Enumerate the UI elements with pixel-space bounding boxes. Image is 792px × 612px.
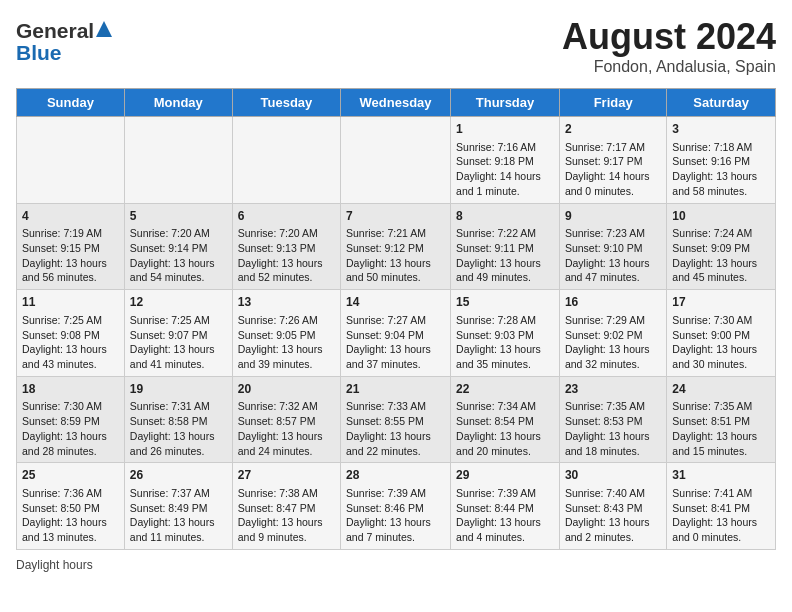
calendar-cell: 17Sunrise: 7:30 AM Sunset: 9:00 PM Dayli… [667, 290, 776, 377]
day-number: 25 [22, 467, 119, 484]
day-number: 18 [22, 381, 119, 398]
calendar-cell: 5Sunrise: 7:20 AM Sunset: 9:14 PM Daylig… [124, 203, 232, 290]
day-of-week-header: Thursday [451, 89, 560, 117]
day-number: 19 [130, 381, 227, 398]
day-info: Sunrise: 7:17 AM Sunset: 9:17 PM Dayligh… [565, 140, 661, 199]
day-info: Sunrise: 7:23 AM Sunset: 9:10 PM Dayligh… [565, 226, 661, 285]
day-number: 16 [565, 294, 661, 311]
day-number: 21 [346, 381, 445, 398]
footer: Daylight hours [16, 558, 776, 572]
calendar-cell: 23Sunrise: 7:35 AM Sunset: 8:53 PM Dayli… [559, 376, 666, 463]
day-number: 22 [456, 381, 554, 398]
day-info: Sunrise: 7:35 AM Sunset: 8:53 PM Dayligh… [565, 399, 661, 458]
calendar-week-row: 25Sunrise: 7:36 AM Sunset: 8:50 PM Dayli… [17, 463, 776, 550]
day-number: 2 [565, 121, 661, 138]
calendar-cell: 26Sunrise: 7:37 AM Sunset: 8:49 PM Dayli… [124, 463, 232, 550]
calendar-cell: 27Sunrise: 7:38 AM Sunset: 8:47 PM Dayli… [232, 463, 340, 550]
calendar-cell: 14Sunrise: 7:27 AM Sunset: 9:04 PM Dayli… [341, 290, 451, 377]
calendar-cell: 9Sunrise: 7:23 AM Sunset: 9:10 PM Daylig… [559, 203, 666, 290]
calendar-cell: 4Sunrise: 7:19 AM Sunset: 9:15 PM Daylig… [17, 203, 125, 290]
calendar-cell: 13Sunrise: 7:26 AM Sunset: 9:05 PM Dayli… [232, 290, 340, 377]
day-number: 27 [238, 467, 335, 484]
calendar-cell: 28Sunrise: 7:39 AM Sunset: 8:46 PM Dayli… [341, 463, 451, 550]
day-info: Sunrise: 7:31 AM Sunset: 8:58 PM Dayligh… [130, 399, 227, 458]
day-info: Sunrise: 7:39 AM Sunset: 8:44 PM Dayligh… [456, 486, 554, 545]
calendar-cell: 6Sunrise: 7:20 AM Sunset: 9:13 PM Daylig… [232, 203, 340, 290]
day-info: Sunrise: 7:39 AM Sunset: 8:46 PM Dayligh… [346, 486, 445, 545]
calendar-cell: 29Sunrise: 7:39 AM Sunset: 8:44 PM Dayli… [451, 463, 560, 550]
day-info: Sunrise: 7:21 AM Sunset: 9:12 PM Dayligh… [346, 226, 445, 285]
day-of-week-header: Friday [559, 89, 666, 117]
day-info: Sunrise: 7:16 AM Sunset: 9:18 PM Dayligh… [456, 140, 554, 199]
day-number: 20 [238, 381, 335, 398]
daylight-label: Daylight hours [16, 558, 93, 572]
calendar-cell: 10Sunrise: 7:24 AM Sunset: 9:09 PM Dayli… [667, 203, 776, 290]
calendar-cell: 11Sunrise: 7:25 AM Sunset: 9:08 PM Dayli… [17, 290, 125, 377]
logo: General Blue [16, 16, 116, 65]
day-number: 8 [456, 208, 554, 225]
calendar-cell: 3Sunrise: 7:18 AM Sunset: 9:16 PM Daylig… [667, 117, 776, 204]
calendar-week-row: 18Sunrise: 7:30 AM Sunset: 8:59 PM Dayli… [17, 376, 776, 463]
calendar-cell: 30Sunrise: 7:40 AM Sunset: 8:43 PM Dayli… [559, 463, 666, 550]
day-number: 30 [565, 467, 661, 484]
calendar-cell: 22Sunrise: 7:34 AM Sunset: 8:54 PM Dayli… [451, 376, 560, 463]
calendar-cell [124, 117, 232, 204]
day-number: 23 [565, 381, 661, 398]
calendar-cell: 25Sunrise: 7:36 AM Sunset: 8:50 PM Dayli… [17, 463, 125, 550]
calendar-cell: 31Sunrise: 7:41 AM Sunset: 8:41 PM Dayli… [667, 463, 776, 550]
day-info: Sunrise: 7:19 AM Sunset: 9:15 PM Dayligh… [22, 226, 119, 285]
calendar-cell: 16Sunrise: 7:29 AM Sunset: 9:02 PM Dayli… [559, 290, 666, 377]
day-number: 5 [130, 208, 227, 225]
day-number: 12 [130, 294, 227, 311]
calendar-cell: 1Sunrise: 7:16 AM Sunset: 9:18 PM Daylig… [451, 117, 560, 204]
calendar-week-row: 4Sunrise: 7:19 AM Sunset: 9:15 PM Daylig… [17, 203, 776, 290]
day-number: 26 [130, 467, 227, 484]
day-info: Sunrise: 7:25 AM Sunset: 9:07 PM Dayligh… [130, 313, 227, 372]
calendar-cell: 7Sunrise: 7:21 AM Sunset: 9:12 PM Daylig… [341, 203, 451, 290]
day-number: 3 [672, 121, 770, 138]
day-number: 17 [672, 294, 770, 311]
day-info: Sunrise: 7:32 AM Sunset: 8:57 PM Dayligh… [238, 399, 335, 458]
day-number: 13 [238, 294, 335, 311]
day-info: Sunrise: 7:20 AM Sunset: 9:13 PM Dayligh… [238, 226, 335, 285]
calendar-cell: 12Sunrise: 7:25 AM Sunset: 9:07 PM Dayli… [124, 290, 232, 377]
day-number: 15 [456, 294, 554, 311]
logo-blue-text: Blue [16, 41, 62, 64]
title-block: August 2024 Fondon, Andalusia, Spain [562, 16, 776, 76]
day-of-week-header: Saturday [667, 89, 776, 117]
page-title: August 2024 [562, 16, 776, 58]
day-info: Sunrise: 7:38 AM Sunset: 8:47 PM Dayligh… [238, 486, 335, 545]
calendar-cell: 18Sunrise: 7:30 AM Sunset: 8:59 PM Dayli… [17, 376, 125, 463]
page-header: General Blue August 2024 Fondon, Andalus… [16, 16, 776, 76]
day-number: 29 [456, 467, 554, 484]
day-number: 10 [672, 208, 770, 225]
day-number: 1 [456, 121, 554, 138]
day-info: Sunrise: 7:20 AM Sunset: 9:14 PM Dayligh… [130, 226, 227, 285]
day-number: 28 [346, 467, 445, 484]
calendar-cell [341, 117, 451, 204]
day-info: Sunrise: 7:24 AM Sunset: 9:09 PM Dayligh… [672, 226, 770, 285]
calendar-cell: 19Sunrise: 7:31 AM Sunset: 8:58 PM Dayli… [124, 376, 232, 463]
day-number: 11 [22, 294, 119, 311]
day-info: Sunrise: 7:26 AM Sunset: 9:05 PM Dayligh… [238, 313, 335, 372]
day-info: Sunrise: 7:36 AM Sunset: 8:50 PM Dayligh… [22, 486, 119, 545]
day-info: Sunrise: 7:25 AM Sunset: 9:08 PM Dayligh… [22, 313, 119, 372]
day-number: 7 [346, 208, 445, 225]
day-info: Sunrise: 7:22 AM Sunset: 9:11 PM Dayligh… [456, 226, 554, 285]
day-of-week-header: Wednesday [341, 89, 451, 117]
calendar-cell: 24Sunrise: 7:35 AM Sunset: 8:51 PM Dayli… [667, 376, 776, 463]
day-number: 24 [672, 381, 770, 398]
day-info: Sunrise: 7:28 AM Sunset: 9:03 PM Dayligh… [456, 313, 554, 372]
day-number: 6 [238, 208, 335, 225]
day-number: 9 [565, 208, 661, 225]
calendar-header-row: SundayMondayTuesdayWednesdayThursdayFrid… [17, 89, 776, 117]
day-of-week-header: Tuesday [232, 89, 340, 117]
day-info: Sunrise: 7:35 AM Sunset: 8:51 PM Dayligh… [672, 399, 770, 458]
day-info: Sunrise: 7:40 AM Sunset: 8:43 PM Dayligh… [565, 486, 661, 545]
day-info: Sunrise: 7:30 AM Sunset: 9:00 PM Dayligh… [672, 313, 770, 372]
day-of-week-header: Sunday [17, 89, 125, 117]
calendar-cell: 20Sunrise: 7:32 AM Sunset: 8:57 PM Dayli… [232, 376, 340, 463]
page-subtitle: Fondon, Andalusia, Spain [562, 58, 776, 76]
day-info: Sunrise: 7:18 AM Sunset: 9:16 PM Dayligh… [672, 140, 770, 199]
calendar-week-row: 1Sunrise: 7:16 AM Sunset: 9:18 PM Daylig… [17, 117, 776, 204]
